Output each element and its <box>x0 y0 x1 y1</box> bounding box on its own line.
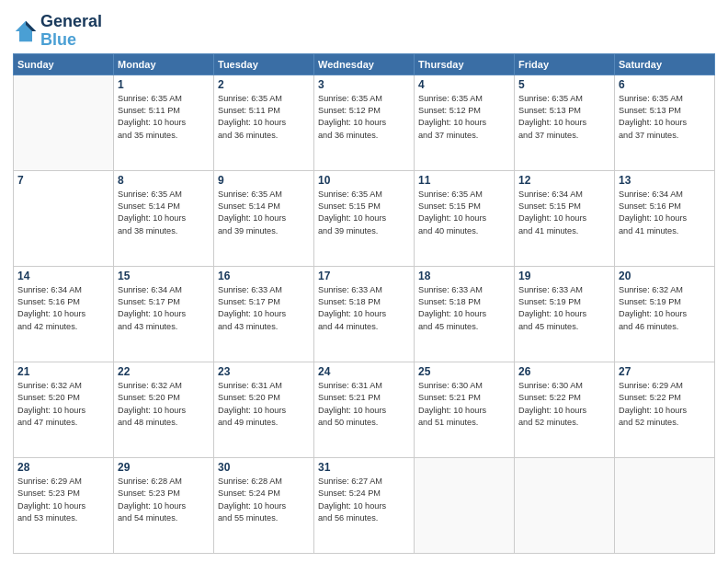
day-info: Sunrise: 6:35 AM Sunset: 5:13 PM Dayligh… <box>518 93 610 142</box>
calendar-cell: 17Sunrise: 6:33 AM Sunset: 5:18 PM Dayli… <box>314 266 415 362</box>
day-number: 15 <box>118 270 210 282</box>
calendar-cell: 12Sunrise: 6:34 AM Sunset: 5:15 PM Dayli… <box>515 170 615 266</box>
day-number: 27 <box>619 365 711 378</box>
logo-icon <box>13 18 39 44</box>
day-info: Sunrise: 6:31 AM Sunset: 5:21 PM Dayligh… <box>318 380 410 429</box>
calendar-cell: 2Sunrise: 6:35 AM Sunset: 5:11 PM Daylig… <box>214 75 314 170</box>
calendar-cell: 16Sunrise: 6:33 AM Sunset: 5:17 PM Dayli… <box>214 266 314 362</box>
day-info: Sunrise: 6:35 AM Sunset: 5:11 PM Dayligh… <box>118 93 210 142</box>
day-number: 2 <box>218 78 310 91</box>
calendar-cell: 27Sunrise: 6:29 AM Sunset: 5:22 PM Dayli… <box>615 362 715 457</box>
calendar-cell <box>515 457 615 553</box>
day-number: 17 <box>318 270 410 282</box>
day-info: Sunrise: 6:35 AM Sunset: 5:12 PM Dayligh… <box>318 93 410 142</box>
day-number: 29 <box>118 461 210 474</box>
day-number: 26 <box>518 365 610 378</box>
calendar-week-5: 28Sunrise: 6:29 AM Sunset: 5:23 PM Dayli… <box>14 457 715 553</box>
day-number: 19 <box>518 270 610 282</box>
day-info: Sunrise: 6:32 AM Sunset: 5:20 PM Dayligh… <box>118 380 210 429</box>
day-info: Sunrise: 6:32 AM Sunset: 5:19 PM Dayligh… <box>619 284 711 333</box>
calendar-header-row: SundayMondayTuesdayWednesdayThursdayFrid… <box>14 53 715 75</box>
calendar-cell: 3Sunrise: 6:35 AM Sunset: 5:12 PM Daylig… <box>314 75 415 170</box>
calendar-cell: 20Sunrise: 6:32 AM Sunset: 5:19 PM Dayli… <box>615 266 715 362</box>
day-number: 16 <box>218 270 310 282</box>
logo-line2: Blue <box>40 31 102 50</box>
day-info: Sunrise: 6:34 AM Sunset: 5:17 PM Dayligh… <box>118 284 210 333</box>
day-number: 21 <box>17 365 109 378</box>
day-info: Sunrise: 6:35 AM Sunset: 5:14 PM Dayligh… <box>118 189 210 237</box>
calendar-cell: 15Sunrise: 6:34 AM Sunset: 5:17 PM Dayli… <box>114 266 214 362</box>
calendar-week-4: 21Sunrise: 6:32 AM Sunset: 5:20 PM Dayli… <box>14 362 715 457</box>
day-number: 20 <box>619 270 711 282</box>
day-number: 10 <box>318 174 410 187</box>
calendar-cell: 30Sunrise: 6:28 AM Sunset: 5:24 PM Dayli… <box>214 457 314 553</box>
calendar-cell: 10Sunrise: 6:35 AM Sunset: 5:15 PM Dayli… <box>314 170 415 266</box>
day-number: 14 <box>17 270 109 282</box>
day-info: Sunrise: 6:35 AM Sunset: 5:12 PM Dayligh… <box>418 93 510 142</box>
day-info: Sunrise: 6:34 AM Sunset: 5:16 PM Dayligh… <box>17 284 109 333</box>
day-info: Sunrise: 6:29 AM Sunset: 5:22 PM Dayligh… <box>619 380 711 429</box>
day-info: Sunrise: 6:34 AM Sunset: 5:16 PM Dayligh… <box>619 189 711 237</box>
day-number: 9 <box>218 174 310 187</box>
calendar-cell <box>415 457 515 553</box>
day-info: Sunrise: 6:35 AM Sunset: 5:15 PM Dayligh… <box>418 189 510 237</box>
calendar-header-saturday: Saturday <box>615 53 715 75</box>
calendar-cell: 26Sunrise: 6:30 AM Sunset: 5:22 PM Dayli… <box>515 362 615 457</box>
calendar-cell: 24Sunrise: 6:31 AM Sunset: 5:21 PM Dayli… <box>314 362 415 457</box>
day-number: 1 <box>118 78 210 91</box>
calendar-cell: 14Sunrise: 6:34 AM Sunset: 5:16 PM Dayli… <box>14 266 114 362</box>
calendar-cell: 28Sunrise: 6:29 AM Sunset: 5:23 PM Dayli… <box>14 457 114 553</box>
calendar-header-wednesday: Wednesday <box>314 53 415 75</box>
day-number: 24 <box>318 365 410 378</box>
calendar-cell: 11Sunrise: 6:35 AM Sunset: 5:15 PM Dayli… <box>415 170 515 266</box>
day-number: 18 <box>418 270 510 282</box>
day-info: Sunrise: 6:35 AM Sunset: 5:11 PM Dayligh… <box>218 93 310 142</box>
calendar-cell <box>14 75 114 170</box>
calendar-table: SundayMondayTuesdayWednesdayThursdayFrid… <box>13 53 715 554</box>
calendar-cell: 23Sunrise: 6:31 AM Sunset: 5:20 PM Dayli… <box>214 362 314 457</box>
day-info: Sunrise: 6:35 AM Sunset: 5:15 PM Dayligh… <box>318 189 410 237</box>
header: General Blue <box>13 9 715 50</box>
day-info: Sunrise: 6:33 AM Sunset: 5:18 PM Dayligh… <box>318 284 410 333</box>
calendar-header-thursday: Thursday <box>415 53 515 75</box>
calendar-cell: 9Sunrise: 6:35 AM Sunset: 5:14 PM Daylig… <box>214 170 314 266</box>
day-info: Sunrise: 6:31 AM Sunset: 5:20 PM Dayligh… <box>218 380 310 429</box>
day-info: Sunrise: 6:33 AM Sunset: 5:19 PM Dayligh… <box>518 284 610 333</box>
page: General Blue SundayMondayTuesdayWednesda… <box>0 0 728 563</box>
day-info: Sunrise: 6:35 AM Sunset: 5:14 PM Dayligh… <box>218 189 310 237</box>
day-info: Sunrise: 6:33 AM Sunset: 5:18 PM Dayligh… <box>418 284 510 333</box>
day-number: 12 <box>518 174 610 187</box>
day-number: 5 <box>518 78 610 91</box>
calendar-cell: 1Sunrise: 6:35 AM Sunset: 5:11 PM Daylig… <box>114 75 214 170</box>
calendar-cell: 13Sunrise: 6:34 AM Sunset: 5:16 PM Dayli… <box>615 170 715 266</box>
day-info: Sunrise: 6:30 AM Sunset: 5:22 PM Dayligh… <box>518 380 610 429</box>
calendar-header-monday: Monday <box>114 53 214 75</box>
calendar-cell: 19Sunrise: 6:33 AM Sunset: 5:19 PM Dayli… <box>515 266 615 362</box>
day-number: 31 <box>318 461 410 474</box>
calendar-cell: 6Sunrise: 6:35 AM Sunset: 5:13 PM Daylig… <box>615 75 715 170</box>
day-info: Sunrise: 6:29 AM Sunset: 5:23 PM Dayligh… <box>17 476 109 524</box>
day-number: 8 <box>118 174 210 187</box>
logo-line1: General <box>40 13 102 31</box>
day-number: 25 <box>418 365 510 378</box>
calendar-header-tuesday: Tuesday <box>214 53 314 75</box>
calendar-week-1: 1Sunrise: 6:35 AM Sunset: 5:11 PM Daylig… <box>14 75 715 170</box>
day-info: Sunrise: 6:34 AM Sunset: 5:15 PM Dayligh… <box>518 189 610 237</box>
calendar-cell: 18Sunrise: 6:33 AM Sunset: 5:18 PM Dayli… <box>415 266 515 362</box>
calendar-header-friday: Friday <box>515 53 615 75</box>
day-number: 23 <box>218 365 310 378</box>
day-info: Sunrise: 6:33 AM Sunset: 5:17 PM Dayligh… <box>218 284 310 333</box>
day-info: Sunrise: 6:32 AM Sunset: 5:20 PM Dayligh… <box>17 380 109 429</box>
calendar-week-3: 14Sunrise: 6:34 AM Sunset: 5:16 PM Dayli… <box>14 266 715 362</box>
day-info: Sunrise: 6:30 AM Sunset: 5:21 PM Dayligh… <box>418 380 510 429</box>
day-number: 4 <box>418 78 510 91</box>
calendar-cell: 22Sunrise: 6:32 AM Sunset: 5:20 PM Dayli… <box>114 362 214 457</box>
logo: General Blue <box>13 13 102 50</box>
day-info: Sunrise: 6:28 AM Sunset: 5:23 PM Dayligh… <box>118 476 210 524</box>
calendar-cell <box>615 457 715 553</box>
calendar-cell: 25Sunrise: 6:30 AM Sunset: 5:21 PM Dayli… <box>415 362 515 457</box>
day-number: 30 <box>218 461 310 474</box>
calendar-cell: 4Sunrise: 6:35 AM Sunset: 5:12 PM Daylig… <box>415 75 515 170</box>
day-number: 13 <box>619 174 711 187</box>
calendar-cell: 29Sunrise: 6:28 AM Sunset: 5:23 PM Dayli… <box>114 457 214 553</box>
